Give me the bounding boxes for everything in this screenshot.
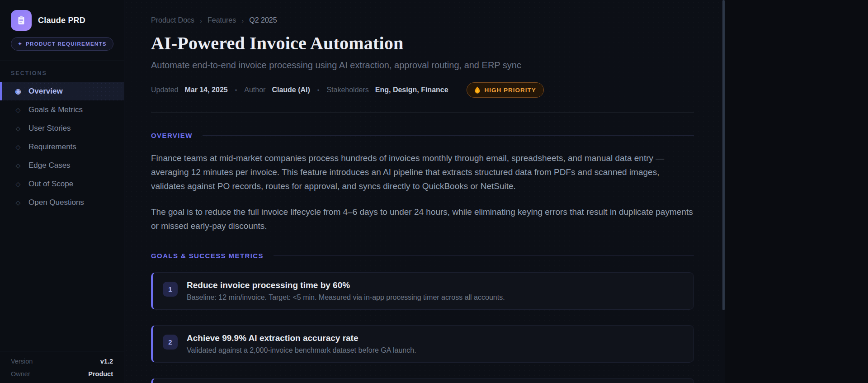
sidebar-item-label: User Stories	[28, 124, 71, 133]
breadcrumb-product-docs[interactable]: Product Docs	[151, 16, 194, 24]
page-subtitle: Automate end-to-end invoice processing u…	[151, 60, 694, 71]
breadcrumb-current: Q2 2025	[249, 16, 277, 24]
stakeholders-value: Eng, Design, Finance	[375, 86, 448, 94]
version-label: Version	[11, 358, 33, 365]
goal-number-badge: 2	[163, 335, 178, 350]
sidebar-item-open-questions[interactable]: ◇ Open Questions	[0, 193, 124, 212]
app-logo-row: Claude PRD	[0, 0, 124, 31]
goal-card-2: 2 Achieve 99.9% AI extraction accuracy r…	[151, 325, 694, 363]
sidebar-item-label: Goals & Metrics	[28, 105, 83, 114]
sidebar-item-overview[interactable]: ◉ Overview	[0, 82, 124, 100]
flame-icon	[474, 86, 481, 94]
scrollbar-track[interactable]	[722, 0, 725, 383]
diamond-icon: ◇	[14, 162, 22, 169]
stakeholders-label: Stakeholders	[326, 86, 368, 94]
owner-row: Owner Product	[11, 370, 113, 378]
diamond-icon: ◇	[14, 199, 22, 206]
owner-value: Product	[88, 370, 113, 378]
eye-icon: ◉	[14, 87, 22, 95]
diamond-icon: ◇	[14, 125, 22, 132]
meta-row: Updated Mar 14, 2025 • Author Claude (AI…	[151, 82, 694, 98]
badge-label: PRODUCT REQUIREMENTS	[26, 41, 107, 47]
product-requirements-badge: ✦ PRODUCT REQUIREMENTS	[11, 37, 113, 51]
goal-description: Baseline: 12 min/invoice. Target: <5 min…	[187, 293, 505, 302]
header-divider	[151, 112, 694, 113]
heading-rule	[274, 255, 694, 256]
diamond-icon: ◇	[14, 180, 22, 188]
updated-label: Updated	[151, 86, 179, 94]
goals-list: 1 Reduce invoice processing time by 60% …	[151, 272, 694, 383]
goals-section-heading: GOALS & SUCCESS METRICS	[151, 252, 694, 260]
main-content: Product Docs › Features › Q2 2025 AI-Pow…	[124, 0, 722, 383]
sidebar-item-label: Requirements	[28, 142, 76, 151]
high-priority-badge: HIGH PRIORITY	[467, 82, 544, 98]
sidebar-item-label: Overview	[28, 87, 63, 96]
diamond-icon: ◇	[14, 106, 22, 113]
app-title: Claude PRD	[38, 16, 85, 25]
clipboard-icon	[11, 10, 32, 31]
sidebar-nav: ◉ Overview ◇ Goals & Metrics ◇ User Stor…	[0, 82, 124, 212]
app-window: Claude PRD ✦ PRODUCT REQUIREMENTS SECTIO…	[0, 0, 868, 383]
page-title: AI-Powered Invoice Automation	[151, 33, 694, 54]
sidebar-footer: Version v1.2 Owner Product	[0, 351, 124, 383]
dot-separator: •	[235, 87, 237, 94]
owner-label: Owner	[11, 370, 30, 378]
version-row: Version v1.2	[11, 358, 113, 365]
desktop-background	[725, 0, 868, 383]
author-label: Author	[244, 86, 265, 94]
heading-rule	[203, 135, 694, 136]
goal-title: Reduce invoice processing time by 60%	[187, 280, 505, 290]
sidebar-item-user-stories[interactable]: ◇ User Stories	[0, 119, 124, 137]
goal-card-3: 3 Onboard 500 paying users within 90 day…	[151, 378, 694, 383]
sidebar: Claude PRD ✦ PRODUCT REQUIREMENTS SECTIO…	[0, 0, 124, 383]
overview-section-heading: OVERVIEW	[151, 132, 694, 139]
overview-paragraph: The goal is to reduce the full invoice l…	[151, 205, 693, 233]
sections-label: SECTIONS	[0, 61, 124, 82]
dot-separator: •	[317, 87, 320, 94]
sidebar-item-label: Edge Cases	[28, 161, 71, 170]
updated-value: Mar 14, 2025	[185, 86, 228, 94]
goals-heading-text: GOALS & SUCCESS METRICS	[151, 252, 264, 260]
overview-paragraph: Finance teams at mid-market companies pr…	[151, 151, 693, 193]
version-value: v1.2	[100, 358, 113, 365]
sidebar-item-edge-cases[interactable]: ◇ Edge Cases	[0, 156, 124, 175]
breadcrumb-features[interactable]: Features	[208, 16, 236, 24]
overview-heading-text: OVERVIEW	[151, 132, 193, 139]
goal-card-1: 1 Reduce invoice processing time by 60% …	[151, 272, 694, 310]
goal-description: Validated against a 2,000-invoice benchm…	[187, 346, 416, 355]
sidebar-item-label: Open Questions	[28, 198, 84, 207]
sidebar-item-requirements[interactable]: ◇ Requirements	[0, 137, 124, 156]
goal-title: Achieve 99.9% AI extraction accuracy rat…	[187, 333, 416, 343]
breadcrumb: Product Docs › Features › Q2 2025	[151, 16, 694, 24]
diamond-icon: ◇	[14, 143, 22, 151]
sidebar-item-goals-metrics[interactable]: ◇ Goals & Metrics	[0, 100, 124, 119]
chevron-separator-icon: ›	[200, 17, 202, 24]
goal-number-badge: 1	[163, 282, 178, 297]
sparkle-icon: ✦	[18, 41, 22, 47]
sidebar-item-out-of-scope[interactable]: ◇ Out of Scope	[0, 175, 124, 193]
priority-label: HIGH PRIORITY	[485, 87, 536, 94]
sidebar-item-label: Out of Scope	[28, 180, 73, 189]
author-value: Claude (AI)	[272, 86, 310, 94]
chevron-separator-icon: ›	[241, 17, 244, 24]
scrollbar-thumb[interactable]	[722, 0, 725, 310]
